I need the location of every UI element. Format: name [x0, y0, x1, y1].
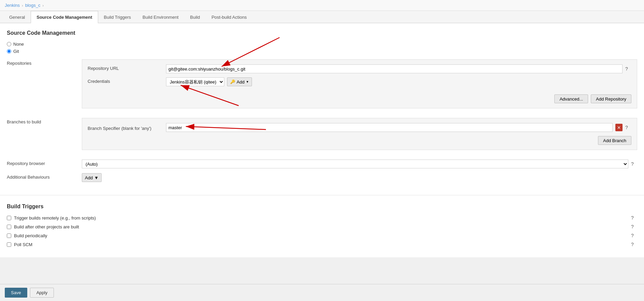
tab-bar: General Source Code Management Build Tri… [0, 11, 644, 23]
tab-post-build[interactable]: Post-build Actions [206, 11, 252, 23]
scm-none-label: None [13, 42, 24, 47]
trigger-checkbox-1[interactable] [7, 225, 11, 229]
trigger-help-icon-0[interactable]: ? [631, 215, 637, 221]
trigger-checkbox-0[interactable] [7, 216, 11, 220]
trigger-checkbox-2[interactable] [7, 234, 11, 238]
credentials-add-button[interactable]: 🔑 Add ▼ [227, 77, 252, 86]
branches-row: Branches to build Branch Specifier (blan… [7, 118, 637, 155]
scm-radio-group: None Git [7, 42, 637, 54]
repo-url-help-icon[interactable]: ? [625, 66, 631, 72]
breadcrumb-sep-1: › [22, 3, 23, 7]
branches-label: Branches to build [7, 118, 82, 124]
trigger-checkbox-3[interactable] [7, 242, 11, 247]
trigger-help-icon-3[interactable]: ? [631, 242, 637, 247]
build-triggers-title: Build Triggers [7, 204, 637, 210]
advanced-button[interactable]: Advanced... [554, 94, 588, 103]
delete-branch-button[interactable]: ✕ [615, 124, 623, 131]
tab-build-env[interactable]: Build Environment [137, 11, 184, 23]
add-btn-label: Add [237, 79, 244, 85]
trigger-label-2: Build periodically [14, 233, 47, 238]
apply-button[interactable]: Apply [30, 288, 54, 298]
repositories-label: Repositories [7, 59, 82, 66]
scm-title: Source Code Management [7, 30, 637, 36]
branch-specifier-row: Branch Specifier (blank for 'any') ✕ ? [88, 123, 631, 132]
repo-browser-select[interactable]: (Auto) [82, 160, 628, 168]
section-divider [0, 195, 644, 195]
repo-url-label: Repository URL [88, 64, 163, 71]
credentials-select[interactable]: Jenkins容器私钥 (qitee) [166, 77, 224, 86]
trigger-help-icon-2[interactable]: ? [631, 233, 637, 238]
key-icon: 🔑 [230, 79, 235, 84]
bottom-action-bar: Save Apply [0, 284, 644, 301]
repo-buttons-row: Advanced... Add Repository [88, 94, 631, 103]
credentials-row: Credentials Jenkins容器私钥 (qitee) 🔑 Add ▼ [88, 77, 631, 90]
breadcrumb-jenkins[interactable]: Jenkins [5, 3, 20, 8]
trigger-label-3: Poll SCM [14, 242, 32, 247]
trigger-item-3: Poll SCM ? [7, 242, 637, 247]
breadcrumb: Jenkins › blogs_c › [0, 0, 644, 11]
build-triggers-section: Build Triggers Trigger builds remotely (… [0, 197, 644, 257]
add-behaviour-button[interactable]: Add ▼ [82, 173, 102, 182]
scm-git-radio[interactable] [7, 49, 11, 54]
repo-url-row: Repository URL ? [88, 64, 631, 73]
tab-general[interactable]: General [3, 11, 31, 23]
trigger-item-1: Build after other projects are built ? [7, 224, 637, 229]
trigger-label-0: Trigger builds remotely (e.g., from scri… [14, 215, 96, 221]
add-behaviour-arrow-icon: ▼ [94, 175, 99, 180]
additional-behaviours-row: Additional Behaviours Add ▼ [7, 173, 637, 182]
save-button[interactable]: Save [5, 288, 27, 298]
add-branch-button[interactable]: Add Branch [598, 136, 631, 145]
repositories-panel: Repository URL ? Credentials Jenk [82, 59, 637, 108]
scm-git-label: Git [13, 49, 19, 54]
tab-build[interactable]: Build [184, 11, 206, 23]
add-repository-button[interactable]: Add Repository [591, 94, 631, 103]
add-behaviour-label: Add [85, 175, 93, 180]
repo-url-input[interactable] [166, 64, 623, 73]
branch-buttons-row: Add Branch [88, 136, 631, 145]
repo-browser-row: Repository browser (Auto) ? [7, 160, 637, 168]
tab-scm[interactable]: Source Code Management [31, 11, 98, 23]
additional-behaviours-label: Additional Behaviours [7, 173, 82, 180]
branch-help-icon[interactable]: ? [625, 125, 631, 130]
repositories-row: Repositories Repository URL ? [7, 59, 637, 113]
add-dropdown-arrow-icon: ▼ [246, 80, 249, 84]
branches-panel: Branch Specifier (blank for 'any') ✕ ? A… [82, 118, 637, 150]
trigger-help-icon-1[interactable]: ? [631, 224, 637, 229]
breadcrumb-sep-2: › [43, 3, 44, 7]
credentials-label: Credentials [88, 77, 163, 84]
trigger-item-2: Build periodically ? [7, 233, 637, 238]
scm-none-radio[interactable] [7, 42, 11, 46]
scm-section: Source Code Management None Git Reposito… [0, 23, 644, 194]
branch-specifier-label: Branch Specifier (blank for 'any') [88, 124, 163, 131]
branch-specifier-input[interactable] [166, 123, 613, 132]
repo-browser-label: Repository browser [7, 160, 82, 166]
repo-browser-help-icon[interactable]: ? [631, 161, 637, 167]
breadcrumb-blogs-c[interactable]: blogs_c [25, 3, 41, 8]
trigger-item-0: Trigger builds remotely (e.g., from scri… [7, 215, 637, 221]
tab-build-triggers[interactable]: Build Triggers [98, 11, 137, 23]
trigger-label-1: Build after other projects are built [14, 224, 79, 229]
